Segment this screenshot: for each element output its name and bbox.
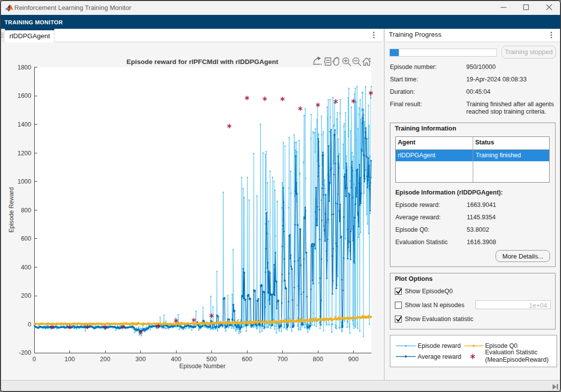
svg-text:200: 200 — [100, 356, 111, 363]
svg-text:-200: -200 — [19, 349, 31, 356]
svg-text:200: 200 — [21, 292, 31, 299]
svg-text:400: 400 — [21, 264, 31, 271]
svg-text:1200: 1200 — [17, 150, 31, 157]
svg-text:Episode Number: Episode Number — [179, 363, 225, 370]
svg-text:100: 100 — [64, 356, 75, 363]
svg-text:800: 800 — [313, 356, 323, 363]
svg-text:500: 500 — [206, 356, 217, 363]
svg-text:Episode Reward: Episode Reward — [8, 187, 15, 233]
svg-text:1000: 1000 — [17, 178, 31, 185]
svg-text:1600: 1600 — [17, 92, 31, 99]
svg-text:400: 400 — [171, 356, 182, 363]
svg-text:1800: 1800 — [17, 64, 31, 71]
svg-text:600: 600 — [242, 356, 252, 363]
svg-text:0: 0 — [28, 321, 31, 328]
svg-text:1400: 1400 — [17, 121, 31, 128]
svg-text:0: 0 — [33, 356, 36, 363]
svg-text:600: 600 — [21, 235, 31, 242]
svg-text:Episode reward for rlPFCMdl wi: Episode reward for rlPFCMdl with rlDDPGA… — [126, 58, 279, 65]
svg-text:700: 700 — [277, 356, 288, 363]
svg-text:800: 800 — [21, 207, 31, 214]
svg-text:900: 900 — [348, 356, 359, 363]
svg-text:300: 300 — [135, 356, 146, 363]
